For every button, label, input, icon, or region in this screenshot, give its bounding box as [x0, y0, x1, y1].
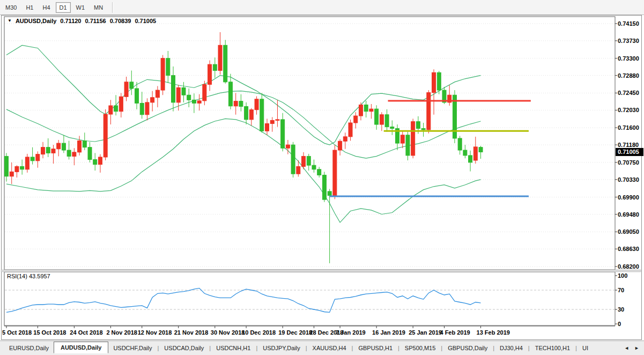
candlestick — [249, 110, 253, 120]
timeframe-button-w1[interactable]: W1 — [72, 2, 89, 13]
chart-tab-usdcad-daily[interactable]: USDCAD,Daily — [159, 343, 209, 353]
main-chart-svg: 0.741500.737300.733000.728800.724500.720… — [0, 0, 644, 355]
timeframe-button-d1[interactable]: D1 — [56, 2, 71, 13]
chart-tabbar: EURUSD,DailyAUDUSD,DailyUSDCHF,Daily|USD… — [0, 341, 644, 355]
price-axis-label: 0.73300 — [618, 55, 639, 62]
candlestick — [307, 156, 310, 165]
candlestick — [312, 165, 316, 169]
current-price-tag-text: 0.71005 — [618, 149, 639, 155]
date-axis-label: 25 Jan 2019 — [409, 329, 442, 336]
candlestick — [93, 160, 97, 165]
pane-splitter[interactable] — [1, 270, 641, 272]
chart-tab-sp500-m15[interactable]: SP500,M15 — [400, 343, 440, 353]
date-axis-label: 16 Jan 2019 — [372, 329, 405, 336]
chart-tab-usdchf-daily[interactable]: USDCHF,Daily — [108, 343, 157, 353]
candlestick — [172, 76, 175, 102]
candlestick — [98, 157, 102, 165]
toolbar-separator — [112, 2, 113, 13]
timeframe-button-mn[interactable]: MN — [90, 2, 107, 13]
candlestick — [208, 64, 212, 84]
candlestick — [103, 114, 107, 157]
chart-tab-dj30-h4[interactable]: DJ30,H4 — [495, 343, 528, 353]
candlestick — [62, 143, 65, 150]
rsi-pane[interactable] — [4, 272, 615, 326]
candlestick — [281, 120, 285, 148]
candlestick — [380, 115, 383, 124]
tab-scroll-left-icon[interactable]: ◄ — [623, 344, 631, 352]
date-axis-label: 12 Nov 2018 — [138, 329, 172, 336]
candlestick — [145, 102, 149, 115]
chart-tab-ui[interactable]: UI — [578, 343, 593, 353]
price-axis-label: 0.68200 — [618, 263, 639, 270]
timeframe-toolbar: M30H1H4D1W1MN — [0, 0, 644, 15]
candlestick — [83, 141, 86, 147]
chart-tab-usdjpy-daily[interactable]: USDJPY,Daily — [258, 343, 305, 353]
tab-scroll-right-icon[interactable]: ► — [633, 344, 641, 352]
rsi-indicator-label: RSI(14) 43.5957 — [7, 273, 50, 279]
timeframe-button-h4[interactable]: H4 — [39, 2, 54, 13]
candlestick — [192, 100, 196, 103]
chart-open-value: 0.71120 — [60, 18, 81, 24]
candlestick — [67, 150, 71, 156]
chart-tab-tech100-h1[interactable]: TECH100,H1 — [530, 343, 575, 353]
candlestick — [151, 98, 154, 102]
candlestick — [317, 169, 321, 175]
rsi-axis-label: 30 — [618, 306, 624, 313]
candlestick — [390, 127, 394, 129]
candlestick — [176, 88, 180, 102]
price-axis-label: 0.70750 — [618, 159, 639, 166]
chart-tab-eurusd-daily[interactable]: EURUSD,Daily — [4, 343, 54, 353]
candlestick — [276, 120, 279, 121]
candlestick — [203, 84, 206, 100]
chart-close-value: 0.71005 — [135, 18, 156, 24]
candlestick — [375, 109, 379, 124]
candlestick — [401, 135, 404, 143]
timeframe-button-h1[interactable]: H1 — [22, 2, 37, 13]
rsi-name: RSI(14) — [7, 273, 27, 279]
price-axis-label: 0.69480 — [618, 211, 639, 218]
date-axis-label: 13 Feb 2019 — [477, 329, 510, 336]
candlestick — [166, 58, 170, 76]
chart-tab-gbpusd-daily[interactable]: GBPUSD,Daily — [443, 343, 492, 353]
candlestick — [57, 143, 61, 149]
date-axis-label: 30 Nov 2018 — [211, 329, 245, 336]
candlestick — [364, 105, 368, 112]
candlestick — [5, 156, 9, 176]
candlestick — [437, 72, 441, 90]
candlestick — [385, 115, 389, 127]
candlestick — [406, 135, 410, 156]
candlestick — [224, 45, 227, 82]
timeframe-button-m30[interactable]: M30 — [2, 2, 20, 13]
chart-tab-gbpusd-h1[interactable]: GBPUSD,H1 — [353, 343, 397, 353]
candlestick — [369, 109, 373, 112]
candlestick — [78, 141, 82, 152]
candlestick — [469, 156, 472, 162]
chart-tab-xauusd-h4[interactable]: XAUUSD,H4 — [308, 343, 351, 353]
candlestick — [130, 82, 134, 88]
candlestick — [411, 122, 415, 156]
candlestick — [265, 124, 269, 131]
rsi-axis-label: 100 — [618, 272, 627, 279]
tab-scroll-controls: ◄► — [623, 344, 644, 352]
candlestick — [36, 154, 40, 161]
date-axis-label: 10 Dec 2018 — [242, 329, 276, 336]
chart-tab-usdcnh-h1[interactable]: USDCNH,H1 — [211, 343, 255, 353]
candlestick — [15, 166, 19, 172]
date-axis-label: 19 Dec 2018 — [278, 329, 312, 336]
price-axis-label: 0.72030 — [618, 107, 639, 113]
chart-tab-audusd-daily[interactable]: AUDUSD,Daily — [54, 342, 108, 353]
candlestick — [41, 147, 45, 154]
candlestick — [140, 103, 144, 114]
candlestick — [72, 152, 76, 157]
candlestick — [328, 191, 331, 196]
date-axis-label: 2 Nov 2018 — [106, 329, 137, 336]
candlestick — [46, 147, 50, 153]
candlestick — [228, 82, 232, 106]
candlestick — [297, 166, 300, 174]
symbol-dropdown-icon[interactable]: ▼ — [8, 18, 12, 23]
chart-ohlc-header: ▼ AUDUSD,Daily 0.71120 0.71156 0.70839 0… — [8, 18, 157, 24]
candlestick — [354, 116, 358, 123]
price-axis-label: 0.70330 — [618, 176, 639, 183]
candlestick — [333, 150, 337, 196]
candlestick — [286, 145, 290, 148]
